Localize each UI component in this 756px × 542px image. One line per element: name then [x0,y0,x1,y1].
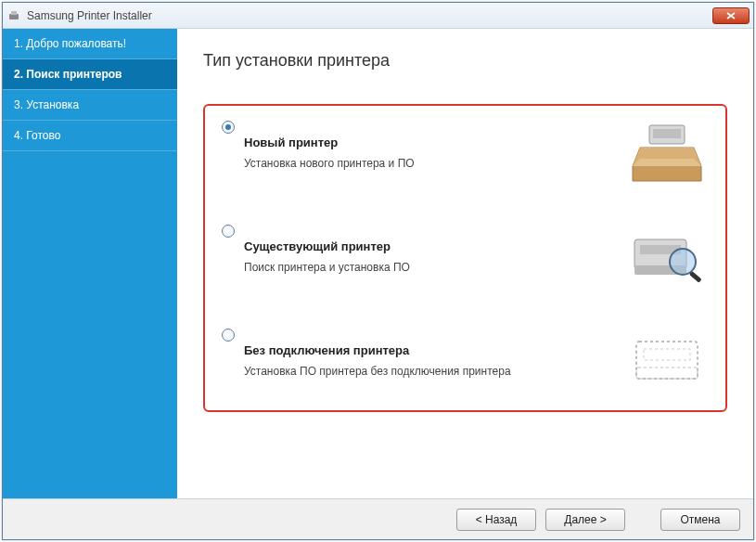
svg-rect-1 [11,11,17,15]
page-title: Тип установки принтера [203,51,727,71]
option-text: Новый принтер Установка нового принтера … [244,136,625,170]
svg-rect-3 [653,129,681,138]
radio-no-connection[interactable] [222,329,235,342]
radio-existing-printer[interactable] [222,225,235,238]
sidebar-step-welcome[interactable]: 1. Добро пожаловать! [3,29,177,59]
back-button[interactable]: < Назад [456,509,536,531]
window-title: Samsung Printer Installer [27,9,712,22]
svg-rect-10 [644,349,690,360]
option-text: Без подключения принтера Установка ПО пр… [244,343,625,378]
close-button[interactable] [712,7,750,24]
option-title: Существующий принтер [244,239,614,253]
option-no-connection[interactable]: Без подключения принтера Установка ПО пр… [222,327,709,394]
footer: < Назад Далее > Отмена [3,498,753,539]
next-button[interactable]: Далее > [545,509,625,531]
printer-outline-icon [625,327,709,394]
option-desc: Установка нового принтера и ПО [244,157,614,170]
option-title: Новый принтер [244,136,614,149]
svg-rect-11 [636,368,698,379]
installer-window: Samsung Printer Installer 1. Добро пожал… [2,2,754,540]
option-desc: Установка ПО принтера без подключения пр… [244,365,614,378]
cancel-button[interactable]: Отмена [660,509,740,531]
option-existing-printer[interactable]: Существующий принтер Поиск принтера и ус… [222,223,709,290]
sidebar: 1. Добро пожаловать! 2. Поиск принтеров … [3,29,177,498]
svg-point-7 [670,249,696,275]
app-icon [6,8,21,23]
sidebar-step-install[interactable]: 3. Установка [3,90,177,121]
option-title: Без подключения принтера [244,343,614,357]
radio-new-printer[interactable] [222,121,235,134]
sidebar-step-done[interactable]: 4. Готово [3,121,177,151]
main-panel: Тип установки принтера Новый принтер Уст… [177,29,753,498]
printer-magnify-icon [625,223,709,290]
body: 1. Добро пожаловать! 2. Поиск принтеров … [3,29,753,498]
options-highlight-box: Новый принтер Установка нового принтера … [203,104,727,412]
sidebar-step-search[interactable]: 2. Поиск принтеров [3,59,177,90]
option-text: Существующий принтер Поиск принтера и ус… [244,239,625,274]
option-desc: Поиск принтера и установка ПО [244,261,614,274]
option-new-printer[interactable]: Новый принтер Установка нового принтера … [222,119,709,186]
svg-rect-8 [689,271,702,283]
titlebar: Samsung Printer Installer [3,3,753,29]
printer-in-box-icon [625,119,709,186]
